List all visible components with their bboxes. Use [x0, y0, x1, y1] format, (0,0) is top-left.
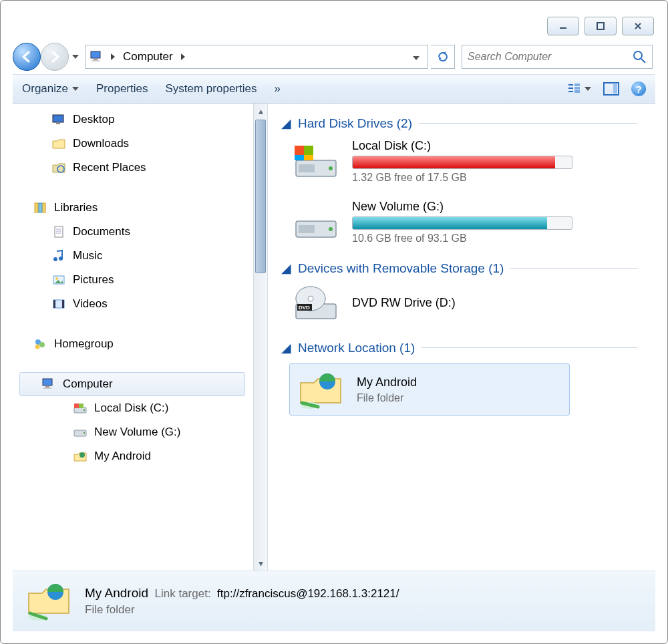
- sidebar-item-homegroup[interactable]: Homegroup: [33, 332, 253, 356]
- libraries-icon: [33, 200, 47, 215]
- organize-menu[interactable]: Organize: [22, 82, 79, 96]
- close-button[interactable]: [622, 17, 654, 35]
- drive-name: New Volume (G:): [352, 200, 638, 214]
- drive-new-volume-g[interactable]: New Volume (G:) 10.6 GB free of 93.1 GB: [292, 200, 638, 245]
- capacity-bar: [352, 156, 572, 169]
- computer-icon: [90, 49, 104, 64]
- svg-point-25: [53, 257, 57, 261]
- pictures-icon: [51, 273, 66, 287]
- main-pane[interactable]: ◢ Hard Disk Drives (2) Local Disk (C:) 1…: [268, 104, 655, 571]
- drive-name: DVD RW Drive (D:): [352, 296, 638, 310]
- svg-point-47: [329, 166, 333, 170]
- desktop-icon: [51, 112, 66, 127]
- svg-text:DVD: DVD: [299, 305, 310, 311]
- search-input[interactable]: [468, 51, 632, 63]
- drive-name: Local Disk (C:): [352, 139, 638, 153]
- recent-places-icon: [51, 160, 66, 175]
- system-properties-button[interactable]: System properties: [165, 82, 257, 96]
- svg-rect-53: [299, 225, 315, 233]
- section-removable[interactable]: ◢ Devices with Removable Storage (1): [281, 261, 638, 276]
- svg-point-26: [59, 257, 63, 261]
- sidebar-item-libraries[interactable]: Libraries: [33, 196, 253, 220]
- collapse-icon: ◢: [281, 261, 291, 276]
- sidebar-item-my-android[interactable]: My Android: [49, 444, 253, 468]
- scroll-thumb[interactable]: [255, 120, 266, 273]
- breadcrumb-separator-icon[interactable]: [110, 51, 116, 62]
- svg-point-54: [329, 227, 333, 231]
- section-network[interactable]: ◢ Network Location (1): [281, 340, 638, 355]
- svg-point-28: [55, 277, 58, 280]
- capacity-bar: [352, 216, 572, 230]
- drive-free-text: 1.32 GB free of 17.5 GB: [352, 172, 638, 184]
- svg-rect-41: [79, 404, 84, 408]
- drive-type: File folder: [357, 392, 562, 404]
- drive-icon: [73, 401, 88, 416]
- drive-dvd-rw-d[interactable]: DVD DVD RW Drive (D:): [292, 284, 638, 324]
- svg-rect-2: [91, 51, 100, 58]
- search-box[interactable]: [462, 45, 653, 69]
- homegroup-icon: [33, 337, 47, 351]
- svg-rect-40: [74, 404, 79, 408]
- help-button[interactable]: ?: [631, 82, 646, 96]
- sidebar-item-documents[interactable]: Documents: [49, 220, 253, 244]
- sidebar-item-videos[interactable]: Videos: [49, 292, 253, 316]
- sidebar-item-music[interactable]: Music: [49, 244, 253, 268]
- chevron-down-icon: [584, 87, 591, 91]
- scroll-up-icon[interactable]: ▴: [254, 104, 267, 118]
- nav-history-dropdown[interactable]: [69, 55, 82, 59]
- sidebar-item-new-volume[interactable]: New Volume (G:): [49, 420, 253, 444]
- svg-rect-36: [45, 386, 49, 387]
- sidebar-item-pictures[interactable]: Pictures: [49, 268, 253, 292]
- nav-back-forward: [13, 43, 82, 71]
- svg-line-6: [641, 59, 645, 63]
- network-folder-icon: [297, 369, 345, 410]
- svg-rect-21: [55, 226, 63, 237]
- forward-button[interactable]: [41, 43, 69, 71]
- svg-rect-49: [304, 146, 313, 155]
- svg-rect-1: [597, 23, 604, 29]
- toolbar-overflow[interactable]: »: [274, 82, 280, 96]
- address-bar[interactable]: Computer: [85, 45, 428, 69]
- sidebar-item-recent-places[interactable]: Recent Places: [49, 156, 253, 180]
- drive-local-disk-c[interactable]: Local Disk (C:) 1.32 GB free of 17.5 GB: [292, 139, 638, 184]
- maximize-button[interactable]: [584, 17, 617, 35]
- refresh-button[interactable]: [431, 45, 455, 69]
- navigation-pane[interactable]: Desktop Downloads Recent Places Librarie…: [13, 104, 253, 571]
- svg-rect-15: [53, 115, 63, 122]
- svg-rect-19: [39, 203, 42, 212]
- dvd-drive-icon: DVD: [292, 284, 340, 324]
- minimize-button[interactable]: [547, 17, 579, 35]
- svg-rect-30: [53, 300, 55, 308]
- details-pane: My Android Link target: ftp://zfranciscu…: [13, 571, 655, 631]
- address-dropdown[interactable]: [409, 51, 424, 62]
- svg-rect-11: [574, 87, 580, 90]
- collapse-icon: ◢: [281, 116, 291, 131]
- section-hdd[interactable]: ◢ Hard Disk Drives (2): [281, 116, 638, 131]
- drive-free-text: 10.6 GB free of 93.1 GB: [352, 232, 638, 245]
- back-button[interactable]: [13, 43, 41, 71]
- sidebar-item-downloads[interactable]: Downloads: [49, 132, 253, 156]
- details-text: My Android Link target: ftp://zfranciscu…: [85, 585, 399, 618]
- network-location-my-android[interactable]: My Android File folder: [289, 363, 570, 416]
- sidebar-item-local-disk[interactable]: Local Disk (C:): [49, 396, 253, 420]
- titlebar: [13, 13, 655, 39]
- search-icon[interactable]: [632, 49, 647, 64]
- collapse-icon: ◢: [281, 340, 291, 355]
- downloads-icon: [51, 136, 66, 151]
- view-options-button[interactable]: [567, 82, 591, 96]
- breadcrumb-separator-icon[interactable]: [180, 51, 186, 62]
- scroll-down-icon[interactable]: ▾: [254, 556, 267, 571]
- properties-button[interactable]: Properties: [96, 82, 148, 96]
- preview-pane-button[interactable]: [603, 82, 619, 96]
- sidebar-scrollbar[interactable]: ▴ ▾: [253, 104, 268, 571]
- sidebar-item-desktop[interactable]: Desktop: [49, 108, 253, 132]
- content-area: Desktop Downloads Recent Places Librarie…: [13, 104, 655, 571]
- breadcrumb-computer[interactable]: Computer: [122, 49, 174, 65]
- sidebar-item-computer[interactable]: Computer: [19, 372, 245, 396]
- svg-rect-37: [43, 387, 51, 389]
- network-folder-icon: [73, 449, 88, 464]
- drive-name: My Android: [357, 375, 562, 389]
- svg-rect-7: [568, 84, 573, 86]
- svg-rect-46: [299, 164, 315, 172]
- documents-icon: [51, 224, 66, 239]
